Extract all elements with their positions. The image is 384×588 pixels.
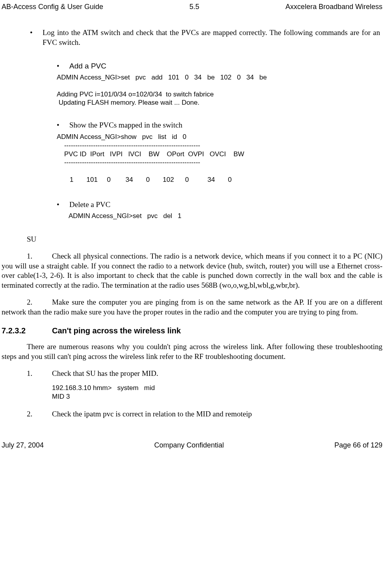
main-bullet: • Log into the ATM switch and check that… [30,28,382,47]
header-right: Axxcelera Broadband Wireless [286,2,382,11]
list-number: 1. [27,369,52,379]
delete-pvc-code: ADMIN Access_NGI>set pvc del 1 [69,212,382,220]
main-bullet-text: Log into the ATM switch and check that t… [43,28,382,47]
show-pvc-label: Show the PVCs mapped in the switch [69,120,182,130]
header-left: AB-Access Config & User Guide [2,2,103,11]
section-heading: 7.2.3.2Can't ping across the wireless li… [2,325,382,336]
footer-left: July 27, 2004 [2,441,44,450]
wireless-step-2: 2. Check the ipatm pvc is correct in rel… [2,409,382,419]
section-title: Can't ping across the wireless link [52,326,181,335]
delete-pvc-label: Delete a PVC [69,200,110,210]
page-footer: July 27, 2004 Company Confidential Page … [2,441,382,450]
footer-right: Page 66 of 129 [334,441,382,450]
add-pvc-label: Add a PVC [69,61,106,71]
su-step-2-text: Make sure the computer you are pinging f… [2,298,382,316]
footer-center: Company Confidential [154,441,224,450]
show-pvc-bullet: • Show the PVCs mapped in the switch [57,120,382,130]
section-intro: There are numerous reasons why you could… [2,342,382,361]
show-pvc-code: ADMIN Access_NGI>show pvc list id 0 ----… [57,133,382,184]
add-pvc-bullet: • Add a PVC [57,61,382,71]
wireless-step-1-code: 192.168.3.10 hmm> system mid MID 3 [52,384,382,401]
list-number: 2. [27,298,52,307]
page-header: AB-Access Config & User Guide 5.5 Axxcel… [2,2,382,11]
bullet-icon: • [57,120,69,130]
header-center: 5.5 [189,2,199,11]
wireless-step-2-text: Check the ipatm pvc is correct in relati… [52,409,382,419]
add-pvc-code: ADMIN Access_NGI>set pvc add 101 0 34 be… [57,73,382,107]
wireless-step-1: 1. Check that SU has the proper MID. [2,369,382,379]
list-number: 2. [27,409,52,419]
bullet-icon: • [57,61,69,71]
su-step-2: 2.Make sure the computer you are pinging… [2,298,382,317]
wireless-step-1-text: Check that SU has the proper MID. [52,369,382,379]
list-number: 1. [27,251,52,261]
section-number: 7.2.3.2 [2,325,52,336]
su-step-1: 1.Check all physical connections. The ra… [2,251,382,290]
delete-pvc-bullet: • Delete a PVC [57,200,382,210]
bullet-icon: • [30,28,43,47]
su-step-1-text: Check all physical connections. The radi… [2,252,382,289]
bullet-icon: • [57,200,69,210]
su-heading: SU [27,235,382,244]
